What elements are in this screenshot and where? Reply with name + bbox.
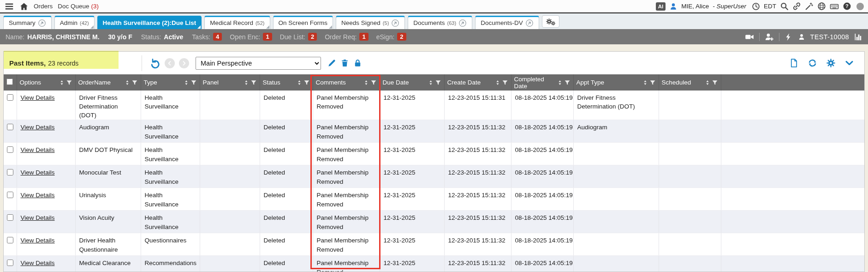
filter-icon[interactable] [303, 79, 310, 86]
popout-icon[interactable] [458, 19, 467, 27]
filter-icon[interactable] [649, 79, 656, 86]
new-document-icon[interactable] [789, 58, 799, 68]
column-header-options[interactable]: Options [17, 74, 75, 91]
column-header-comments[interactable]: Comments [313, 74, 380, 91]
column-header-appt-type[interactable]: Appt Type [573, 74, 659, 91]
wand-icon[interactable] [805, 2, 814, 11]
popout-icon[interactable] [38, 19, 46, 27]
patient-age-sex: 30 y/o F [108, 33, 132, 41]
row-checkbox[interactable] [7, 124, 13, 130]
column-header-panel[interactable]: Panel [200, 74, 260, 91]
view-details-link[interactable]: View Details [21, 192, 55, 199]
sort-icon[interactable] [59, 79, 65, 86]
user-name[interactable]: MIE, Alice [681, 3, 709, 10]
sort-icon[interactable] [428, 79, 434, 86]
back-button[interactable] [165, 58, 175, 68]
row-checkbox[interactable] [7, 260, 13, 266]
tab-admin[interactable]: Admin(42) [54, 16, 95, 29]
tab-on-screen-forms[interactable]: On Screen Forms [273, 16, 333, 29]
column-header-due-date[interactable]: Due Date [380, 74, 444, 91]
nav-orders[interactable]: Orders [34, 3, 53, 10]
sort-icon[interactable] [183, 79, 190, 86]
column-header-type[interactable]: Type [141, 74, 200, 91]
video-camera-icon[interactable] [745, 32, 754, 42]
bar-chart-icon[interactable] [854, 33, 862, 41]
edit-pencil-icon[interactable] [327, 59, 336, 67]
filter-icon[interactable] [250, 79, 257, 86]
filter-icon[interactable] [435, 79, 441, 86]
row-checkbox[interactable] [7, 237, 13, 243]
add-person-icon[interactable] [765, 32, 774, 42]
column-header-ordername[interactable]: OrderName [75, 74, 141, 91]
timezone-label[interactable]: EDT [764, 3, 776, 10]
row-checkbox[interactable] [7, 146, 13, 153]
filter-icon[interactable] [131, 79, 138, 86]
sort-icon[interactable] [494, 79, 501, 86]
row-checkbox[interactable] [7, 192, 13, 198]
row-checkbox[interactable] [7, 169, 13, 175]
tab-documents[interactable]: Documents(63) [408, 16, 472, 29]
counter-badge-due-list[interactable]: 2 [308, 33, 317, 41]
sort-icon[interactable] [704, 79, 711, 86]
filter-icon[interactable] [712, 79, 718, 86]
filter-icon[interactable] [564, 79, 571, 86]
view-details-link[interactable]: View Details [21, 237, 55, 244]
filter-icon[interactable] [370, 79, 377, 86]
view-details-link[interactable]: View Details [21, 214, 55, 221]
counter-badge-open-enc[interactable]: 1 [263, 33, 272, 41]
sort-icon[interactable] [243, 79, 250, 86]
column-header-status[interactable]: Status [260, 74, 313, 91]
select-all-checkbox[interactable] [6, 79, 13, 85]
hamburger-menu-icon[interactable] [4, 1, 14, 12]
nav-doc-queue[interactable]: Doc Queue(3) [58, 3, 99, 10]
patient-bar-actions: TEST-10008 [745, 32, 862, 42]
undo-icon[interactable] [149, 58, 161, 69]
perspective-select[interactable]: Main Perspective [196, 57, 321, 70]
counter-badge-esign[interactable]: 2 [397, 33, 406, 41]
cell-panel [200, 91, 260, 120]
sort-icon[interactable] [124, 79, 131, 86]
tab-summary[interactable]: Summary [3, 16, 52, 29]
tab-needs-signed[interactable]: Needs Signed(5) [336, 16, 405, 29]
column-header-scheduled[interactable]: Scheduled [659, 74, 721, 91]
column-header-completed-date[interactable]: Completed Date [511, 74, 573, 91]
tab-documents-dv[interactable]: Documents-DV [475, 16, 539, 29]
popout-icon[interactable] [391, 19, 399, 27]
tab-medical-record[interactable]: Medical Record(52) [204, 16, 270, 29]
delete-trash-icon[interactable] [340, 59, 349, 67]
search-icon[interactable] [780, 2, 789, 11]
tab-settings-button[interactable] [542, 15, 559, 28]
sort-icon[interactable] [642, 79, 648, 86]
lock-icon[interactable] [353, 59, 362, 67]
popout-icon[interactable] [525, 19, 534, 27]
filter-icon[interactable] [190, 79, 197, 86]
ai-badge[interactable]: AI [656, 2, 666, 11]
sort-icon[interactable] [296, 79, 303, 86]
refresh-icon[interactable] [808, 58, 817, 68]
view-details-link[interactable]: View Details [21, 260, 55, 266]
view-details-link[interactable]: View Details [21, 146, 55, 153]
counter-badge-tasks[interactable]: 4 [213, 33, 222, 41]
globe-icon[interactable] [817, 2, 826, 11]
column-header-create-date[interactable]: Create Date [444, 74, 511, 91]
forward-button[interactable] [179, 58, 189, 68]
filter-icon[interactable] [66, 79, 72, 86]
row-checkbox[interactable] [7, 214, 13, 221]
view-details-link[interactable]: View Details [21, 124, 55, 131]
collapse-chevron-icon[interactable] [844, 58, 854, 68]
sort-icon[interactable] [557, 79, 563, 86]
tab-health-surveillance-2-due-list[interactable]: Health Surveillance (2):Due List [97, 16, 202, 29]
sort-icon[interactable] [363, 79, 369, 86]
link-icon[interactable] [792, 2, 801, 11]
home-icon[interactable] [19, 2, 29, 11]
row-checkbox[interactable] [7, 94, 13, 101]
view-details-link[interactable]: View Details [21, 94, 55, 101]
help-icon[interactable]: ? [843, 2, 851, 11]
settings-gear-icon[interactable] [826, 58, 836, 68]
view-details-link[interactable]: View Details [21, 169, 55, 176]
bolt-icon[interactable] [785, 33, 793, 41]
filter-icon[interactable] [502, 79, 508, 86]
counter-badge-order-req[interactable]: 1 [359, 33, 368, 41]
keyboard-icon[interactable] [830, 2, 839, 11]
table-row: View DetailsAudiogramHealth Surveillance… [4, 120, 864, 143]
